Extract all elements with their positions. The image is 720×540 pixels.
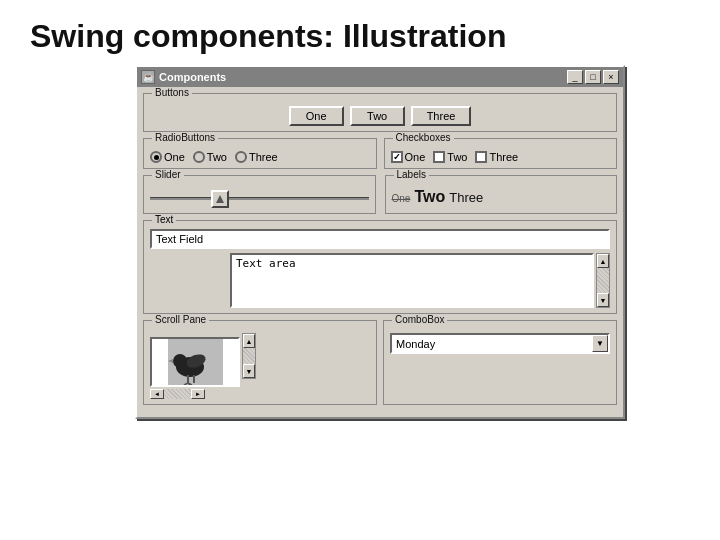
slider-group: Slider	[143, 175, 376, 214]
scroll-pane-legend: Scroll Pane	[152, 314, 209, 325]
button-two[interactable]: Two	[350, 106, 405, 126]
slider-thumb[interactable]	[211, 190, 229, 208]
button-one[interactable]: One	[289, 106, 344, 126]
minimize-button[interactable]: _	[567, 70, 583, 84]
label-three: Three	[449, 190, 483, 205]
window-icon: ☕	[141, 70, 155, 84]
scroll-down-button[interactable]: ▼	[597, 293, 609, 307]
scroll-h-track	[164, 389, 191, 399]
checkbox-two[interactable]: Two	[433, 151, 467, 163]
text-field[interactable]	[150, 229, 610, 249]
scroll-pane-track	[243, 348, 255, 364]
scroll-pane-up[interactable]: ▲	[243, 334, 255, 348]
scroll-pane-down[interactable]: ▼	[243, 364, 255, 378]
scroll-right-button[interactable]: ►	[191, 389, 205, 399]
scroll-left-button[interactable]: ◄	[150, 389, 164, 399]
radio-one[interactable]: One	[150, 151, 185, 163]
scroll-pane-image	[168, 339, 223, 385]
window-title: Components	[159, 71, 226, 83]
buttons-legend: Buttons	[152, 87, 192, 98]
labels-group: Labels One Two Three	[385, 175, 618, 214]
radio-two[interactable]: Two	[193, 151, 227, 163]
checkbox-legend: Checkboxes	[393, 132, 454, 143]
combo-group: ComboBox Monday ▼	[383, 320, 617, 405]
text-area[interactable]: Text area	[230, 253, 594, 308]
swing-window: ☕ Components _ □ × Buttons One Two Three…	[135, 65, 625, 419]
combo-value: Monday	[392, 336, 592, 352]
checkbox-one[interactable]: ✓ One	[391, 151, 426, 163]
label-one: One	[392, 193, 411, 204]
button-three[interactable]: Three	[411, 106, 472, 126]
title-bar-controls: _ □ ×	[567, 70, 619, 84]
combo-select[interactable]: Monday ▼	[390, 333, 610, 354]
radio-group: RadioButtons One Two Three	[143, 138, 377, 169]
svg-point-4	[173, 354, 187, 368]
title-bar: ☕ Components _ □ ×	[137, 67, 623, 87]
page-title: Swing components: Illustration	[0, 0, 720, 65]
combo-arrow-button[interactable]: ▼	[592, 335, 608, 352]
text-group: Text Text area ▲ ▼	[143, 220, 617, 314]
text-legend: Text	[152, 214, 176, 225]
scroll-pane-vscroll: ▲ ▼	[242, 333, 256, 379]
title-bar-text: ☕ Components	[141, 70, 226, 84]
radio-legend: RadioButtons	[152, 132, 218, 143]
checkbox-group: Checkboxes ✓ One Two Three	[384, 138, 618, 169]
scroll-up-button[interactable]: ▲	[597, 254, 609, 268]
slider-legend: Slider	[152, 169, 184, 180]
buttons-group: Buttons One Two Three	[143, 93, 617, 132]
radio-three[interactable]: Three	[235, 151, 278, 163]
scroll-track	[597, 268, 609, 293]
close-button[interactable]: ×	[603, 70, 619, 84]
scroll-pane-group: Scroll Pane	[143, 320, 377, 405]
label-two: Two	[414, 188, 445, 206]
checkbox-three[interactable]: Three	[475, 151, 518, 163]
combo-legend: ComboBox	[392, 314, 447, 325]
svg-marker-0	[216, 195, 224, 203]
labels-legend: Labels	[394, 169, 429, 180]
scroll-pane-content	[150, 337, 240, 387]
textarea-scrollbar: ▲ ▼	[596, 253, 610, 308]
maximize-button[interactable]: □	[585, 70, 601, 84]
